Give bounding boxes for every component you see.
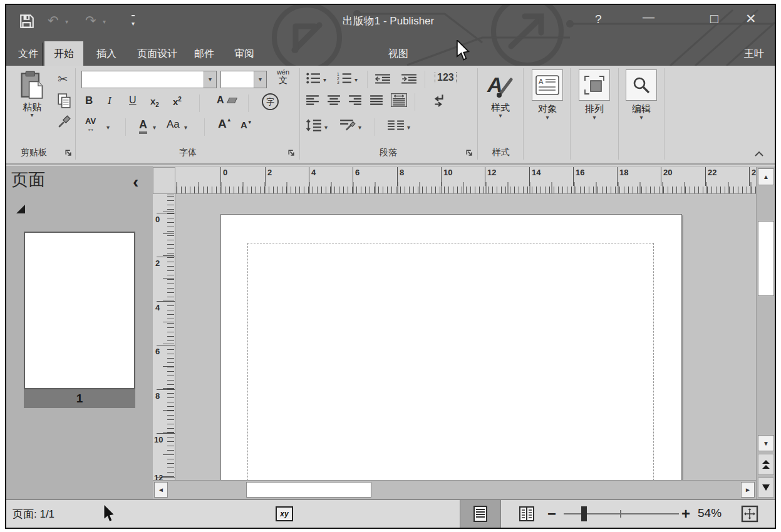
special-characters-button[interactable] — [432, 93, 446, 107]
collapse-ribbon-button[interactable] — [754, 151, 764, 157]
scroll-right-button[interactable]: ► — [741, 482, 755, 498]
paragraph-dialog-launcher[interactable] — [465, 148, 473, 156]
minimize-button[interactable]: — — [643, 10, 654, 24]
bullets-button[interactable] — [306, 72, 321, 84]
editing-button[interactable]: 编辑 ▾ — [621, 68, 662, 142]
line-spacing-button[interactable] — [306, 118, 322, 132]
zoom-slider-thumb[interactable] — [581, 506, 587, 521]
bold-button[interactable]: B — [85, 95, 93, 107]
tab-review[interactable]: 审阅 — [229, 43, 259, 66]
font-size-combobox[interactable]: ▾ — [220, 71, 267, 88]
horizontal-scrollbar[interactable]: ◄ ► — [153, 480, 756, 499]
font-name-combobox[interactable]: ▾ — [81, 71, 217, 88]
scroll-down-button[interactable]: ▼ — [758, 435, 774, 451]
zoom-out-button[interactable]: − — [547, 505, 556, 523]
clipboard-dialog-launcher[interactable] — [64, 148, 72, 156]
format-painter-button[interactable] — [58, 115, 71, 128]
paragraph-shading-dropdown-icon[interactable]: ▾ — [358, 125, 361, 131]
object-position-indicator[interactable]: xy — [276, 506, 293, 521]
columns-dropdown-icon[interactable]: ▾ — [407, 125, 410, 131]
tab-home[interactable]: 开始 — [44, 41, 83, 66]
tab-file[interactable]: 文件 — [14, 43, 42, 66]
arrange-button[interactable]: 排列 ▾ — [574, 68, 615, 142]
horizontal-ruler[interactable]: 0 2 4 6 8 10 12 14 16 18 20 22 24 — [175, 167, 756, 194]
page-thumbnail-number[interactable]: 1 — [24, 389, 135, 408]
change-case-dropdown-icon[interactable]: ▾ — [184, 125, 187, 131]
previous-page-button[interactable] — [758, 454, 774, 475]
quick-access-customize-button[interactable]: ▾ — [132, 15, 135, 28]
character-spacing-dropdown-icon[interactable]: ▾ — [106, 125, 110, 131]
bullets-dropdown-icon[interactable]: ▾ — [323, 77, 326, 83]
font-size-dropdown-icon[interactable]: ▾ — [254, 71, 266, 88]
font-dialog-launcher[interactable] — [287, 148, 295, 156]
line-spacing-dropdown-icon[interactable]: ▾ — [324, 125, 328, 131]
page-indicator[interactable]: 页面: 1/1 — [13, 507, 54, 521]
maximize-button[interactable]: □ — [710, 11, 718, 26]
superscript-button[interactable]: x2 — [173, 96, 182, 107]
enclose-characters-button[interactable]: 字 — [262, 93, 279, 110]
font-color-dropdown-icon[interactable]: ▾ — [153, 125, 156, 131]
grow-font-button[interactable]: A▲ — [218, 117, 232, 131]
paragraph-shading-button[interactable] — [339, 118, 356, 132]
font-name-dropdown-icon[interactable]: ▾ — [204, 71, 216, 88]
publication-page[interactable] — [220, 214, 682, 480]
publication-canvas[interactable] — [175, 194, 756, 480]
tab-page-design[interactable]: 页面设计 — [129, 43, 185, 66]
collapse-panel-icon[interactable]: ‹ — [133, 172, 138, 192]
zoom-in-button[interactable]: + — [681, 505, 690, 523]
align-center-button[interactable] — [327, 95, 341, 106]
vertical-ruler[interactable]: 0 2 4 6 8 10 12 — [153, 194, 175, 480]
underline-button[interactable]: U — [129, 95, 137, 106]
align-left-button[interactable] — [306, 95, 319, 106]
paste-button[interactable]: 粘贴 ▾ — [10, 68, 54, 131]
help-button[interactable]: ? — [595, 13, 602, 26]
distribute-button[interactable] — [391, 93, 407, 107]
decrease-indent-button[interactable] — [375, 73, 391, 84]
vertical-scroll-thumb[interactable] — [758, 221, 774, 296]
change-case-button[interactable]: Aa — [167, 118, 180, 131]
group-separator — [477, 68, 478, 160]
numbering-dropdown-icon[interactable]: ▾ — [354, 77, 358, 83]
phonetic-guide-button[interactable]: wén 文 — [272, 68, 294, 85]
styles-button[interactable]: A 样式 ▾ — [480, 68, 521, 142]
justify-button[interactable] — [370, 95, 383, 106]
horizontal-scroll-thumb[interactable] — [246, 482, 371, 498]
character-spacing-button[interactable]: AV ↔ — [85, 117, 96, 133]
columns-button[interactable] — [387, 120, 405, 131]
tab-mailings[interactable]: 邮件 — [189, 43, 219, 66]
panel-expand-marker-icon[interactable] — [16, 205, 25, 213]
cut-button[interactable]: ✂ — [58, 72, 68, 86]
numbering-button[interactable]: 123 — [337, 72, 352, 84]
page-thumbnail[interactable] — [24, 232, 135, 389]
redo-button[interactable]: ↷ — [85, 13, 96, 28]
ruler-origin-box[interactable] — [153, 167, 175, 194]
increase-indent-button[interactable] — [401, 73, 417, 84]
shrink-font-button[interactable]: A▼ — [241, 120, 252, 130]
two-page-view-button[interactable] — [511, 500, 542, 528]
user-account-name[interactable]: 王叶 — [738, 43, 770, 66]
tab-view[interactable]: 视图 — [383, 43, 413, 66]
undo-dropdown-icon[interactable]: ▾ — [65, 19, 68, 25]
copy-button[interactable] — [58, 93, 71, 108]
single-page-view-button[interactable] — [460, 500, 501, 528]
vertical-scrollbar[interactable]: ▲ ▼ — [756, 167, 775, 499]
subscript-button[interactable]: x2 — [150, 96, 159, 108]
next-page-button[interactable] — [758, 478, 774, 498]
save-icon[interactable] — [19, 13, 35, 29]
scroll-left-button[interactable]: ◄ — [154, 482, 168, 498]
align-right-button[interactable] — [348, 95, 362, 106]
close-button[interactable]: ✕ — [745, 11, 757, 26]
objects-button[interactable]: A 对象 ▾ — [527, 68, 568, 142]
redo-dropdown-icon[interactable]: ▾ — [103, 19, 106, 25]
ruler-number: 2 — [267, 168, 272, 177]
clear-formatting-button[interactable]: A — [217, 95, 236, 106]
tab-insert[interactable]: 插入 — [91, 43, 122, 66]
scroll-up-button[interactable]: ▲ — [758, 168, 774, 185]
italic-button[interactable]: I — [108, 95, 111, 107]
ruler-tick — [529, 167, 530, 186]
fit-page-button[interactable] — [740, 505, 759, 523]
font-color-button[interactable]: A — [139, 118, 147, 134]
number-style-button[interactable]: 123 — [435, 72, 457, 83]
undo-button[interactable]: ↶ — [48, 13, 59, 28]
zoom-level[interactable]: 54% — [698, 506, 722, 520]
